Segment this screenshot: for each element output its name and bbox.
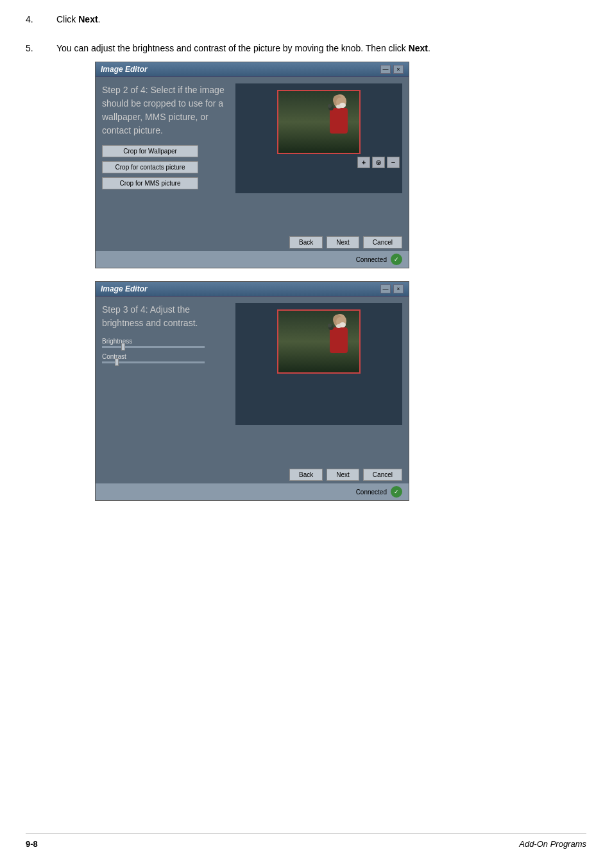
window1-next-btn[interactable]: Next (327, 236, 359, 248)
contrast-slider[interactable] (102, 361, 205, 363)
window2-left-panel: Step 3 of 4: Adjust the brightness and c… (102, 303, 230, 425)
window1-body: Step 2 of 4: Select if the image should … (96, 77, 409, 231)
window2-titlebar: Image Editor — × (96, 282, 409, 297)
brightness-thumb[interactable] (121, 343, 125, 351)
step-5-block: 5. You can adjust the brightness and con… (26, 42, 586, 501)
crop-contacts-btn[interactable]: Crop for contacts picture (102, 161, 198, 173)
svg-point-13 (336, 324, 341, 328)
step-5-bold: Next (409, 43, 428, 53)
crop-mms-btn[interactable]: Crop for MMS picture (102, 177, 198, 189)
svg-point-7 (328, 104, 332, 108)
window2-controls: — × (380, 284, 404, 293)
window1-titlebar: Image Editor — × (96, 62, 409, 77)
window2-cancel-btn[interactable]: Cancel (363, 469, 402, 481)
window2-title: Image Editor (101, 284, 148, 293)
contrast-label: Contrast (102, 353, 230, 360)
window2-main: Step 3 of 4: Adjust the brightness and c… (102, 303, 402, 425)
window1-minimize-btn[interactable]: — (380, 65, 391, 74)
step-5-content: You can adjust the brightness and contra… (56, 42, 586, 501)
window2-preview-inner (278, 311, 359, 372)
step-4-text-before: Click (56, 14, 78, 24)
svg-rect-1 (330, 108, 348, 134)
page-footer: 9-8 Add-On Programs (26, 833, 586, 849)
window2-description: Step 3 of 4: Adjust the brightness and c… (102, 303, 230, 330)
step-4-number: 4. (26, 13, 56, 24)
window1-zoom-bar: + ◎ − (235, 157, 402, 168)
step-5-text-before: You can adjust the brightness and contra… (56, 43, 409, 53)
step-5-text: You can adjust the brightness and contra… (56, 42, 586, 55)
window1-footer: Back Next Cancel (96, 231, 409, 251)
svg-rect-9 (330, 327, 348, 353)
zoom-out-btn[interactable]: − (387, 157, 400, 168)
window1-controls: — × (380, 65, 404, 74)
window1-back-btn[interactable]: Back (289, 236, 323, 248)
window1-preview-inner (278, 91, 359, 153)
window1-preview (277, 90, 361, 154)
window2-preview (277, 309, 361, 374)
window2-next-btn[interactable]: Next (327, 469, 359, 481)
image-editor-window-1: Image Editor — × Step 2 of 4: Select if … (95, 62, 409, 268)
step-5-number: 5. (26, 42, 56, 53)
window2-statusbar: Connected ✓ (96, 483, 409, 500)
window2-minimize-btn[interactable]: — (380, 284, 391, 293)
step-5-text-after: . (428, 43, 430, 53)
zoom-fit-btn[interactable]: ◎ (372, 157, 385, 168)
crop-wallpaper-btn[interactable]: Crop for Wallpaper (102, 145, 198, 157)
window1-status-text: Connected (356, 256, 387, 263)
window2-body: Step 3 of 4: Adjust the brightness and c… (96, 297, 409, 464)
window2-status-text: Connected (356, 489, 387, 496)
step-4-block: 4. Click Next. (26, 13, 586, 26)
person-svg (316, 94, 354, 152)
step-4-bold: Next (78, 14, 98, 24)
step-4-text: Click Next. (56, 13, 586, 26)
window1-connected-icon: ✓ (391, 254, 402, 265)
contrast-thumb[interactable] (115, 358, 119, 366)
window1-main: Step 2 of 4: Select if the image should … (102, 83, 402, 193)
window2-footer: Back Next Cancel (96, 464, 409, 483)
window1-left-panel: Step 2 of 4: Select if the image should … (102, 83, 230, 193)
window1-right-panel: + ◎ − (235, 83, 402, 193)
window2-right-panel (235, 303, 402, 425)
image-editor-window-2: Image Editor — × Step 3 of 4: Adjust the… (95, 281, 409, 501)
window1-close-btn[interactable]: × (393, 65, 404, 74)
svg-point-15 (328, 324, 332, 327)
window1-title: Image Editor (101, 65, 148, 74)
person-svg-2 (316, 313, 354, 371)
window2-back-btn[interactable]: Back (289, 469, 323, 481)
window2-close-btn[interactable]: × (393, 284, 404, 293)
svg-point-5 (336, 105, 341, 108)
brightness-slider[interactable] (102, 346, 205, 348)
window1-description: Step 2 of 4: Select if the image should … (102, 83, 230, 137)
zoom-in-btn[interactable]: + (357, 157, 370, 168)
step-4-content: Click Next. (56, 13, 586, 26)
step-4-text-after: . (98, 14, 101, 24)
window1-statusbar: Connected ✓ (96, 251, 409, 268)
window1-cancel-btn[interactable]: Cancel (363, 236, 402, 248)
addon-programs-label: Add-On Programs (519, 839, 586, 849)
page-number: 9-8 (26, 839, 38, 849)
window2-connected-icon: ✓ (391, 486, 402, 498)
